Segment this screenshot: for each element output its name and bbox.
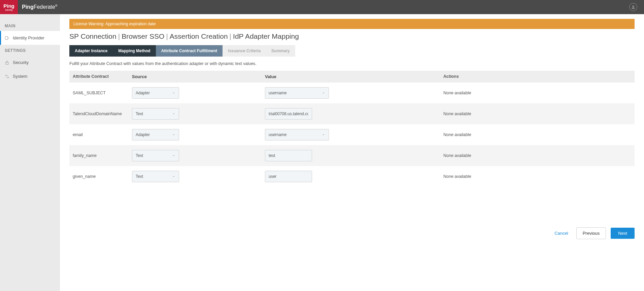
source-select[interactable]: Text [132, 150, 179, 161]
header-attribute-contract: Attribute Contract [71, 74, 132, 79]
lock-icon [5, 60, 9, 65]
sidebar-item-system[interactable]: System [0, 69, 60, 83]
value-select[interactable]: username [265, 129, 329, 140]
user-icon [631, 5, 636, 9]
chevron-down-icon [172, 133, 175, 136]
identity-provider-icon [5, 36, 9, 40]
helper-text: Fulfill your Attribute Contract with val… [69, 61, 635, 66]
table-row: SAML_SUBJECT Adapter username None a [69, 83, 635, 103]
chevron-down-icon [172, 154, 175, 157]
logo-text-bottom: Identity [5, 9, 13, 11]
footer-buttons: Cancel Previous Next [60, 221, 644, 239]
cancel-button[interactable]: Cancel [551, 228, 571, 238]
source-select[interactable]: Adapter [132, 87, 179, 99]
value-select[interactable]: username [265, 87, 329, 99]
attr-name: email [71, 132, 132, 137]
actions-cell: None available [443, 132, 633, 137]
product-name: PingFederate® [22, 4, 57, 10]
chevron-down-icon [172, 112, 175, 116]
table-header-row: Attribute Contract Source Value Actions [69, 71, 635, 83]
actions-cell: None available [443, 174, 633, 179]
source-select[interactable]: Text [132, 171, 179, 182]
value-input[interactable] [265, 150, 312, 161]
header-source: Source [132, 74, 265, 79]
tab-issuance-criteria: Issuance Criteria [223, 45, 266, 57]
tab-summary: Summary [266, 45, 295, 57]
previous-button[interactable]: Previous [576, 227, 606, 239]
sidebar-item-identity-provider[interactable]: Identity Provider [0, 31, 60, 45]
wizard-tabs: Adapter Instance Mapping Method Attribut… [69, 45, 635, 57]
chevron-down-icon [322, 133, 325, 136]
sidebar-section-settings: SETTINGS [0, 45, 60, 56]
breadcrumb: SP Connection|Browser SSO|Assertion Crea… [69, 32, 635, 40]
table-row: TalendCloudDomainName Text None availabl… [69, 103, 635, 124]
svg-rect-0 [5, 36, 8, 39]
sidebar-item-label: Security [13, 60, 29, 65]
tab-mapping-method[interactable]: Mapping Method [113, 45, 156, 57]
actions-cell: None available [443, 91, 633, 95]
brand-logo: Ping Identity [0, 0, 18, 14]
app-header: Ping Identity PingFederate® [0, 0, 644, 14]
chevron-down-icon [172, 91, 175, 95]
value-input[interactable] [265, 171, 312, 182]
actions-cell: None available [443, 153, 633, 158]
tab-attribute-contract-fulfillment[interactable]: Attribute Contract Fulfillment [156, 45, 223, 57]
table-row: given_name Text None available [69, 166, 635, 187]
logo-text-top: Ping [3, 3, 14, 8]
chevron-down-icon [172, 175, 175, 178]
sidebar-section-main: MAIN [0, 20, 60, 31]
tab-adapter-instance[interactable]: Adapter Instance [69, 45, 113, 57]
sidebar-item-label: System [13, 74, 27, 79]
header-value: Value [265, 74, 443, 79]
value-input[interactable] [265, 108, 312, 120]
license-warning-banner: License Warning: Approaching expiration … [69, 19, 635, 29]
source-select[interactable]: Text [132, 108, 179, 120]
sidebar-item-label: Identity Provider [13, 35, 44, 40]
attr-name: given_name [71, 174, 132, 179]
attr-name: TalendCloudDomainName [71, 111, 132, 116]
system-icon [5, 74, 9, 79]
attribute-table: Attribute Contract Source Value Actions … [69, 71, 635, 187]
svg-rect-1 [6, 62, 8, 64]
chevron-down-icon [322, 91, 325, 95]
next-button[interactable]: Next [611, 228, 635, 239]
attr-name: family_name [71, 153, 132, 158]
user-avatar[interactable] [629, 3, 637, 11]
attr-name: SAML_SUBJECT [71, 91, 132, 95]
header-actions: Actions [443, 74, 633, 79]
sidebar: MAIN Identity Provider SETTINGS Security… [0, 14, 60, 291]
source-select[interactable]: Adapter [132, 129, 179, 140]
table-row: email Adapter username None availabl [69, 124, 635, 145]
table-row: family_name Text None available [69, 145, 635, 166]
sidebar-item-security[interactable]: Security [0, 56, 60, 69]
main-content: License Warning: Approaching expiration … [60, 14, 644, 291]
actions-cell: None available [443, 111, 633, 116]
